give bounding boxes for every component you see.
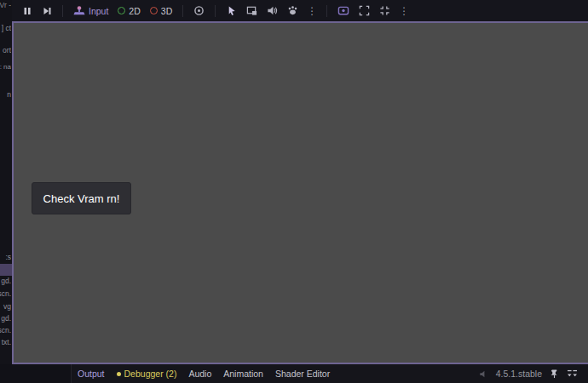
- camera-override-icon: [193, 5, 205, 16]
- mode-2d-label: 2D: [129, 6, 140, 16]
- cursor-icon: [226, 5, 237, 16]
- file-item-fragment[interactable]: vg: [0, 302, 11, 311]
- dock-text-fragment: s:: [0, 253, 11, 261]
- toolbar-separator: [62, 5, 63, 17]
- file-item-fragment[interactable]: .gd: [0, 314, 11, 323]
- pause-icon: [22, 6, 32, 16]
- expand-corners-icon: [359, 5, 370, 16]
- 2d-ring-icon: [118, 7, 125, 14]
- godot-editor-game-view: - Vr ct [ ort er: na n s: .gd .tscn vg .…: [0, 0, 588, 383]
- bottom-bar-right: 4.5.1.stable: [479, 369, 588, 379]
- input-mode-button[interactable]: Input: [71, 3, 111, 18]
- shrink-corners-icon: [379, 5, 390, 16]
- game-options-menu-button[interactable]: ⋮: [305, 6, 319, 16]
- pin-bottom-panel-button[interactable]: [550, 369, 559, 379]
- dock-text-fragment: ort: [0, 46, 11, 54]
- fullscreen-button[interactable]: [377, 3, 393, 18]
- game-viewport[interactable]: Check Vram rn!: [12, 21, 588, 364]
- file-item-fragment[interactable]: .tscn: [0, 289, 11, 298]
- debugger-active-dot: [117, 372, 121, 376]
- next-frame-icon: [42, 6, 52, 16]
- dock-text-fragment: n: [0, 90, 11, 99]
- next-frame-button[interactable]: [39, 4, 55, 18]
- 3d-ring-icon: [150, 7, 158, 14]
- pause-game-button[interactable]: [20, 4, 35, 18]
- joystick-icon: [73, 5, 85, 16]
- embed-game-button[interactable]: [335, 3, 352, 18]
- mode-3d-label: 3D: [161, 6, 172, 16]
- tab-shader-editor[interactable]: Shader Editor: [269, 364, 336, 383]
- status-icon: [479, 369, 488, 379]
- paw-icon: [287, 5, 298, 16]
- camera-override-button[interactable]: [191, 3, 207, 18]
- speaker-icon: [267, 5, 278, 16]
- make-floating-button[interactable]: [356, 3, 372, 18]
- toolbar-separator: [326, 5, 327, 17]
- filesystem-selected-row[interactable]: [0, 264, 12, 276]
- tab-debugger[interactable]: Debugger (2): [111, 364, 183, 383]
- window-select-icon: [246, 5, 257, 16]
- check-vram-button[interactable]: Check Vram rn!: [32, 182, 131, 214]
- expand-panel-icon: [567, 369, 578, 379]
- dock-bottom-spacer: [0, 364, 72, 383]
- input-mode-label: Input: [89, 6, 108, 16]
- filesystem-dock-sliver: - Vr ct [ ort er: na n s: .gd .tscn vg .…: [0, 0, 12, 383]
- tab-animation[interactable]: Animation: [217, 364, 269, 383]
- tab-debugger-label: Debugger (2): [124, 369, 177, 379]
- toolbar-separator: [182, 5, 183, 17]
- tab-audio[interactable]: Audio: [182, 364, 217, 383]
- dock-text-fragment: ct [: [0, 24, 11, 32]
- more-options-menu-button[interactable]: ⋮: [397, 6, 411, 16]
- mode-3d-button[interactable]: 3D: [147, 4, 175, 18]
- mode-2d-button[interactable]: 2D: [115, 4, 142, 18]
- file-item-fragment[interactable]: .gd: [0, 277, 11, 285]
- expand-bottom-panel-button[interactable]: [567, 369, 578, 379]
- dock-text-fragment: er: na: [0, 63, 11, 71]
- file-item-fragment[interactable]: .txt: [0, 338, 11, 346]
- select-mode-button[interactable]: [223, 3, 239, 18]
- tab-output[interactable]: Output: [72, 364, 111, 383]
- toolbar-separator: [215, 5, 216, 17]
- file-item-fragment[interactable]: .tscn: [0, 326, 11, 334]
- game-view-toolbar: Input 2D 3D ⋮: [12, 0, 588, 21]
- embed-game-icon: [337, 5, 349, 16]
- pin-icon: [550, 369, 559, 379]
- bottom-panel-bar: Output Debugger (2) Audio Animation Shad…: [0, 364, 588, 383]
- select-window-button[interactable]: [244, 3, 260, 18]
- window-title-fragment: - Vr: [0, 1, 11, 9]
- audio-mute-button[interactable]: [264, 3, 280, 18]
- touch-emulation-button[interactable]: [285, 3, 301, 18]
- version-label[interactable]: 4.5.1.stable: [496, 369, 542, 379]
